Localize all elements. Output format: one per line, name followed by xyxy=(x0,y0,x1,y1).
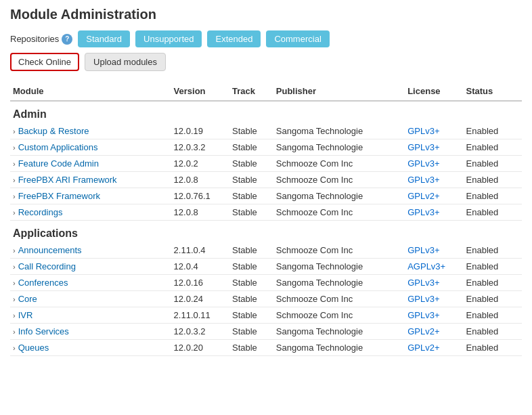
module-publisher: Schmooze Com Inc xyxy=(273,242,405,259)
module-license-link[interactable]: GPLv2+ xyxy=(407,191,439,201)
chevron-icon: › xyxy=(13,209,16,217)
module-license-link[interactable]: GPLv3+ xyxy=(407,142,439,152)
module-status: Enabled xyxy=(464,204,522,221)
module-license-cell: GPLv2+ xyxy=(405,340,463,356)
table-row[interactable]: ›Queues12.0.20StableSangoma TechnologieG… xyxy=(10,340,522,356)
module-name-cell[interactable]: ›Info Services xyxy=(10,324,171,340)
module-name-cell[interactable]: ›FreePBX ARI Framework xyxy=(10,172,171,188)
module-version: 2.11.0.11 xyxy=(171,307,229,324)
module-status: Enabled xyxy=(464,139,522,156)
module-name-text: Conferences xyxy=(18,278,68,288)
module-name-cell[interactable]: ›Recordings xyxy=(10,204,171,221)
chevron-icon: › xyxy=(13,246,16,255)
module-name-cell[interactable]: ›Conferences xyxy=(10,275,171,291)
module-license-cell: GPLv3+ xyxy=(405,291,463,307)
btn-extended[interactable]: Extended xyxy=(207,30,261,47)
module-name-cell[interactable]: ›Call Recording xyxy=(10,259,171,275)
table-row[interactable]: ›Core12.0.24StableSchmooze Com IncGPLv3+… xyxy=(10,291,522,307)
table-row[interactable]: ›Backup & Restore12.0.19StableSangoma Te… xyxy=(10,123,522,139)
module-license-link[interactable]: AGPLv3+ xyxy=(407,261,445,271)
module-publisher: Sangoma Technologie xyxy=(273,259,405,275)
module-name-cell[interactable]: ›FreePBX Framework xyxy=(10,188,171,204)
module-name-text: Feature Code Admin xyxy=(18,158,99,169)
btn-standard[interactable]: Standard xyxy=(78,30,130,47)
module-track: Stable xyxy=(229,242,273,259)
section-header: Admin xyxy=(10,101,522,123)
module-license-link[interactable]: GPLv2+ xyxy=(407,343,439,353)
table-row[interactable]: ›FreePBX ARI Framework12.0.8StableSchmoo… xyxy=(10,172,522,188)
module-name-cell[interactable]: ›Core xyxy=(10,291,171,307)
chevron-icon: › xyxy=(13,295,16,303)
module-name-cell[interactable]: ›Feature Code Admin xyxy=(10,156,171,172)
module-name-cell[interactable]: ›IVR xyxy=(10,307,171,324)
module-license-link[interactable]: GPLv3+ xyxy=(407,245,439,255)
module-license-cell: GPLv3+ xyxy=(405,242,463,259)
check-online-button[interactable]: Check Online xyxy=(10,53,79,71)
module-version: 12.0.2 xyxy=(171,156,229,172)
table-row[interactable]: ›Announcements2.11.0.4StableSchmooze Com… xyxy=(10,242,522,259)
module-publisher: Schmooze Com Inc xyxy=(273,172,405,188)
module-publisher: Sangoma Technologie xyxy=(273,324,405,340)
module-license-cell: GPLv3+ xyxy=(405,307,463,324)
module-version: 12.0.20 xyxy=(171,340,229,356)
module-license-link[interactable]: GPLv3+ xyxy=(407,278,439,288)
module-version: 12.0.3.2 xyxy=(171,139,229,156)
module-track: Stable xyxy=(229,156,273,172)
table-row[interactable]: ›Recordings12.0.8StableSchmooze Com IncG… xyxy=(10,204,522,221)
chevron-icon: › xyxy=(13,328,16,336)
module-license-cell: GPLv3+ xyxy=(405,172,463,188)
module-name-cell[interactable]: ›Queues xyxy=(10,340,171,356)
module-license-cell: GPLv3+ xyxy=(405,204,463,221)
chevron-icon: › xyxy=(13,127,16,135)
module-license-link[interactable]: GPLv3+ xyxy=(407,310,439,320)
module-license-link[interactable]: GPLv3+ xyxy=(407,294,439,304)
module-name-text: Custom Applications xyxy=(18,142,98,152)
module-track: Stable xyxy=(229,123,273,139)
module-status: Enabled xyxy=(464,242,522,259)
module-track: Stable xyxy=(229,139,273,156)
module-license-link[interactable]: GPLv3+ xyxy=(407,175,439,185)
module-version: 12.0.8 xyxy=(171,172,229,188)
module-license-link[interactable]: GPLv2+ xyxy=(407,326,439,336)
col-header-version: Version xyxy=(171,83,229,101)
col-header-module: Module xyxy=(10,83,171,101)
module-publisher: Sangoma Technologie xyxy=(273,188,405,204)
module-track: Stable xyxy=(229,188,273,204)
table-row[interactable]: ›Conferences12.0.16StableSangoma Technol… xyxy=(10,275,522,291)
btn-commercial[interactable]: Commercial xyxy=(266,30,329,47)
table-row[interactable]: ›Feature Code Admin12.0.2StableSchmooze … xyxy=(10,156,522,172)
module-name-text: Call Recording xyxy=(18,261,76,271)
module-track: Stable xyxy=(229,204,273,221)
module-track: Stable xyxy=(229,307,273,324)
table-row[interactable]: ›Custom Applications12.0.3.2StableSangom… xyxy=(10,139,522,156)
module-name-text: Core xyxy=(18,294,37,304)
module-track: Stable xyxy=(229,291,273,307)
module-name-cell[interactable]: ›Custom Applications xyxy=(10,139,171,156)
col-header-publisher: Publisher xyxy=(273,83,405,101)
module-status: Enabled xyxy=(464,324,522,340)
module-status: Enabled xyxy=(464,156,522,172)
module-name-text: FreePBX Framework xyxy=(18,191,100,201)
module-track: Stable xyxy=(229,172,273,188)
module-track: Stable xyxy=(229,275,273,291)
module-license-link[interactable]: GPLv3+ xyxy=(407,207,439,217)
module-publisher: Schmooze Com Inc xyxy=(273,156,405,172)
module-name-cell[interactable]: ›Backup & Restore xyxy=(10,123,171,139)
help-icon[interactable]: ? xyxy=(62,34,72,45)
module-version: 12.0.76.1 xyxy=(171,188,229,204)
chevron-icon: › xyxy=(13,176,16,184)
table-row[interactable]: ›IVR2.11.0.11StableSchmooze Com IncGPLv3… xyxy=(10,307,522,324)
table-row[interactable]: ›FreePBX Framework12.0.76.1StableSangoma… xyxy=(10,188,522,204)
module-name-cell[interactable]: ›Announcements xyxy=(10,242,171,259)
btn-unsupported[interactable]: Unsupported xyxy=(135,30,202,47)
table-row[interactable]: ›Call Recording12.0.4StableSangoma Techn… xyxy=(10,259,522,275)
table-row[interactable]: ›Info Services12.0.3.2StableSangoma Tech… xyxy=(10,324,522,340)
upload-modules-button[interactable]: Upload modules xyxy=(85,53,166,71)
module-version: 12.0.24 xyxy=(171,291,229,307)
module-name-text: FreePBX ARI Framework xyxy=(18,175,117,185)
module-license-link[interactable]: GPLv3+ xyxy=(407,126,439,136)
module-name-text: Backup & Restore xyxy=(18,126,89,136)
module-version: 12.0.4 xyxy=(171,259,229,275)
col-header-license: License xyxy=(405,83,463,101)
module-license-link[interactable]: GPLv3+ xyxy=(407,158,439,169)
